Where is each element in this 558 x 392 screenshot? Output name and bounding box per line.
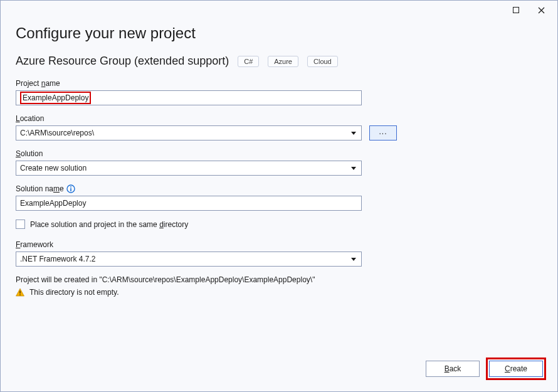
tag-azure: Azure (268, 56, 298, 67)
svg-point-6 (70, 186, 71, 188)
field-solution-name: Solution name (16, 184, 542, 211)
framework-value: .NET Framework 4.7.2 (20, 255, 95, 263)
tag-cloud: Cloud (307, 56, 338, 67)
label-solution: Solution (16, 149, 542, 158)
solution-value: Create new solution (20, 164, 87, 172)
label-solution-name-text: Solution name (16, 184, 64, 193)
project-name-input[interactable]: ExampleAppDeploy (16, 90, 362, 105)
back-button-label: Back (445, 364, 461, 373)
solution-combo[interactable]: Create new solution (16, 161, 362, 176)
label-solution-text: Solution (16, 149, 43, 158)
svg-rect-0 (513, 8, 519, 13)
chevron-down-icon (349, 258, 359, 261)
field-framework: Framework .NET Framework 4.7.2 (16, 240, 542, 267)
page-title: Configure your new project (16, 24, 542, 42)
svg-marker-4 (351, 167, 356, 170)
create-button-highlight: Create (486, 358, 546, 380)
content-area: Configure your new project Azure Resourc… (1, 19, 557, 350)
create-button-label: Create (505, 364, 527, 373)
svg-marker-3 (351, 132, 356, 135)
warning-text: This directory is not empty. (29, 288, 119, 297)
project-path-preview: Project will be created in "C:\ARM\sourc… (16, 275, 542, 284)
same-directory-checkbox-row: Place solution and project in the same d… (16, 220, 542, 229)
label-solution-name: Solution name (16, 184, 542, 193)
field-location: Location C:\ARM\source\repos\ ... (16, 114, 542, 140)
titlebar (1, 1, 557, 19)
label-project-name: Project name (16, 79, 542, 88)
maximize-icon (513, 7, 519, 13)
browse-button[interactable]: ... (369, 125, 397, 140)
footer: Back Create (1, 350, 557, 391)
chevron-down-icon (349, 132, 359, 135)
chevron-down-icon (349, 167, 359, 170)
location-value: C:\ARM\source\repos\ (20, 129, 94, 137)
tag-csharp: C# (238, 56, 259, 67)
same-directory-checkbox[interactable] (16, 220, 25, 229)
create-button[interactable]: Create (489, 361, 543, 377)
project-type-subtitle: Azure Resource Group (extended support) (16, 55, 229, 68)
svg-marker-8 (351, 258, 356, 261)
field-project-name: Project name ExampleAppDeploy (16, 79, 542, 105)
subtitle-row: Azure Resource Group (extended support) … (16, 55, 542, 68)
svg-rect-7 (70, 188, 71, 191)
close-icon (538, 7, 545, 14)
info-icon[interactable] (66, 184, 75, 193)
label-framework: Framework (16, 240, 542, 249)
warning-row: This directory is not empty. (16, 288, 542, 297)
framework-combo[interactable]: .NET Framework 4.7.2 (16, 252, 362, 267)
close-button[interactable] (529, 1, 554, 19)
maximize-button[interactable] (503, 1, 529, 19)
same-directory-label: Place solution and project in the same d… (30, 220, 188, 229)
label-project-name-text: Project name (16, 79, 60, 88)
svg-rect-10 (19, 291, 21, 294)
label-framework-text: Framework (16, 240, 53, 249)
warning-icon (16, 288, 24, 297)
dialog-window: Configure your new project Azure Resourc… (0, 0, 558, 392)
svg-rect-11 (19, 294, 21, 295)
solution-name-input[interactable] (16, 196, 362, 211)
location-combo[interactable]: C:\ARM\source\repos\ (16, 125, 362, 140)
label-location-text: Location (16, 114, 44, 123)
back-button[interactable]: Back (426, 361, 480, 377)
label-location: Location (16, 114, 542, 123)
project-name-value: ExampleAppDeploy (20, 92, 91, 104)
field-solution: Solution Create new solution (16, 149, 542, 176)
